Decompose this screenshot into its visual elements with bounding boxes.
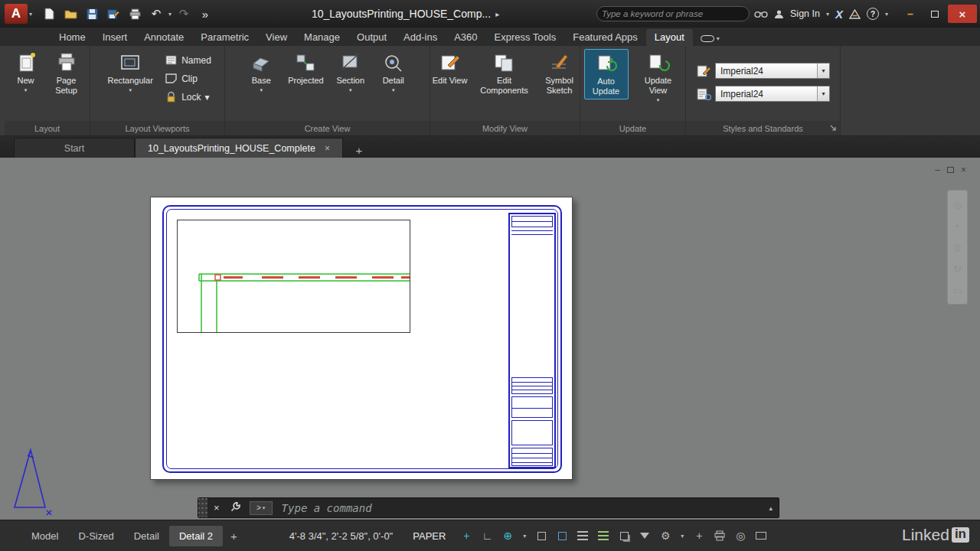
view-style-caret-icon[interactable]: ▾ [817,64,829,78]
save-as-button[interactable] [104,5,122,22]
close-button[interactable]: × [948,5,977,23]
qat-more-button[interactable]: » [196,5,214,22]
plot-button[interactable] [126,5,144,22]
selection-cycling-icon[interactable] [616,527,632,544]
ribbon-tab-addins[interactable]: Add-ins [395,29,446,46]
command-line-grip[interactable] [198,498,208,517]
isodraft-icon[interactable]: ⊕ [499,527,516,544]
clean-screen-icon[interactable] [753,527,769,544]
paper-model-toggle[interactable]: PAPER [408,527,450,545]
showmotion-icon[interactable]: ▭ [952,285,962,295]
a360-icon[interactable] [849,9,861,19]
lock-viewport-button[interactable]: Lock ▾ [162,90,214,103]
ribbon-tab-layout[interactable]: Layout [646,29,693,46]
section-view-button[interactable]: Section ▾ [333,49,368,95]
dynamic-input-icon[interactable] [554,527,570,544]
snap-mode-icon[interactable]: + [458,527,475,544]
layout-tab-detail-2[interactable]: Detail 2 [169,526,223,546]
named-viewport-button[interactable]: Named [162,54,214,67]
ribbon-tab-insert[interactable]: Insert [94,29,136,46]
command-history-caret-icon[interactable]: ▴ [769,504,773,512]
edit-components-button[interactable]: Edit Components [475,49,534,98]
app-menu-caret-icon[interactable]: ▾ [29,11,32,18]
drawing-canvas[interactable]: – × ◎ + ⊙ ↻ ▭ [0,158,980,520]
ribbon-display-toggle[interactable]: ▾ [701,35,720,42]
ribbon-tab-manage[interactable]: Manage [296,29,348,46]
workspace-caret-icon[interactable]: ▾ [678,527,687,544]
file-tab-drawing[interactable]: 10_LayoutsPrinting_HOUSE_Complete × [135,138,343,158]
help-caret-icon[interactable]: ▾ [885,11,888,18]
new-layout-button[interactable]: New ▾ [8,49,44,95]
full-navigation-wheel-icon[interactable]: ◎ [953,200,962,210]
annotation-monitor-icon[interactable]: + [691,527,707,544]
drawing-minimize-icon[interactable]: – [935,165,940,174]
base-view-button[interactable]: Base ▾ [243,49,279,95]
minimize-button[interactable]: – [899,5,922,23]
annotation-scale-icon[interactable] [636,527,653,544]
projected-view-button[interactable]: Projected [286,49,325,88]
file-tab-close-icon[interactable]: × [325,143,330,154]
symbol-sketch-button[interactable]: Symbol Sketch [540,49,580,98]
isolate-objects-icon[interactable]: ◎ [732,527,749,544]
undo-button[interactable]: ↶ [147,5,165,22]
ortho-mode-icon[interactable]: ∟ [479,527,495,544]
workspace-switching-icon[interactable]: ⚙ [657,527,674,544]
view-style-combobox[interactable]: Imperial24 ▾ [715,63,830,79]
update-view-button[interactable]: Update View ▾ [635,49,682,105]
command-close-icon[interactable]: × [214,502,220,514]
recent-commands-button[interactable]: > ▾ [250,501,273,515]
layout-viewport[interactable] [177,220,410,333]
new-drawing-tab-button[interactable]: + [351,142,368,158]
sign-in-button[interactable]: Sign In [790,8,820,19]
ribbon-tab-home[interactable]: Home [51,29,94,46]
pan-icon[interactable]: + [955,221,961,231]
clip-viewport-button[interactable]: Clip [162,72,214,85]
transparency-icon[interactable] [595,527,612,544]
layout-tab-d-sized[interactable]: D-Sized [68,526,123,546]
redo-button[interactable]: ↷ [175,5,193,22]
new-file-button[interactable] [40,5,58,22]
orbit-icon[interactable]: ↻ [953,264,962,274]
autocad-logo-icon[interactable]: A [5,4,28,24]
file-tab-start[interactable]: Start [14,138,135,158]
new-layout-tab-button[interactable]: + [223,530,245,543]
drawing-restore-icon[interactable] [947,167,954,173]
ribbon-tab-parametric[interactable]: Parametric [192,29,257,46]
title-flyout-icon[interactable]: ▸ [495,10,499,18]
user-avatar-icon[interactable] [774,9,784,19]
save-button[interactable] [83,5,101,22]
ribbon-tab-featured-apps[interactable]: Featured Apps [564,29,646,46]
lineweight-icon[interactable] [574,527,591,544]
ribbon-tab-view[interactable]: View [257,29,296,46]
drawing-close-icon[interactable]: × [961,165,966,174]
search-binoculars-icon[interactable] [754,9,768,18]
undo-caret-icon[interactable]: ▾ [168,11,172,18]
drafting-standard-combobox[interactable]: Imperial24 ▾ [715,86,830,102]
detail-view-button[interactable]: Detail ▾ [376,49,411,95]
command-line[interactable]: × > ▾ ▴ [198,497,779,518]
auto-update-button[interactable]: Auto Update [584,49,629,99]
panel-launcher-icon[interactable] [830,125,837,133]
ribbon-tab-annotate[interactable]: Annotate [136,29,192,46]
exchange-apps-icon[interactable]: X [835,8,843,21]
ribbon-tab-output[interactable]: Output [348,29,395,46]
object-snap-icon[interactable] [533,527,550,544]
edit-view-button[interactable]: Edit View [431,49,469,88]
ribbon-tab-a360[interactable]: A360 [446,29,485,46]
ribbon-tab-express-tools[interactable]: Express Tools [486,29,565,46]
restore-button[interactable] [923,5,946,23]
plot-status-icon[interactable] [711,527,728,544]
command-tools-wrench-icon[interactable] [230,501,241,514]
page-setup-button[interactable]: Page Setup [47,49,87,98]
rectangular-viewport-button[interactable]: Rectangular ▾ [101,49,159,95]
isodraft-caret-icon[interactable]: ▾ [520,527,529,544]
help-icon[interactable]: ? [867,8,879,20]
open-file-button[interactable] [61,5,80,22]
layout-tab-detail[interactable]: Detail [124,526,169,546]
command-input[interactable] [282,502,763,514]
zoom-icon[interactable]: ⊙ [953,243,962,253]
sign-in-caret-icon[interactable]: ▾ [826,11,829,18]
drafting-standard-caret-icon[interactable]: ▾ [817,86,829,101]
help-search-input[interactable] [602,9,744,18]
layout-tab-model[interactable]: Model [21,526,68,546]
